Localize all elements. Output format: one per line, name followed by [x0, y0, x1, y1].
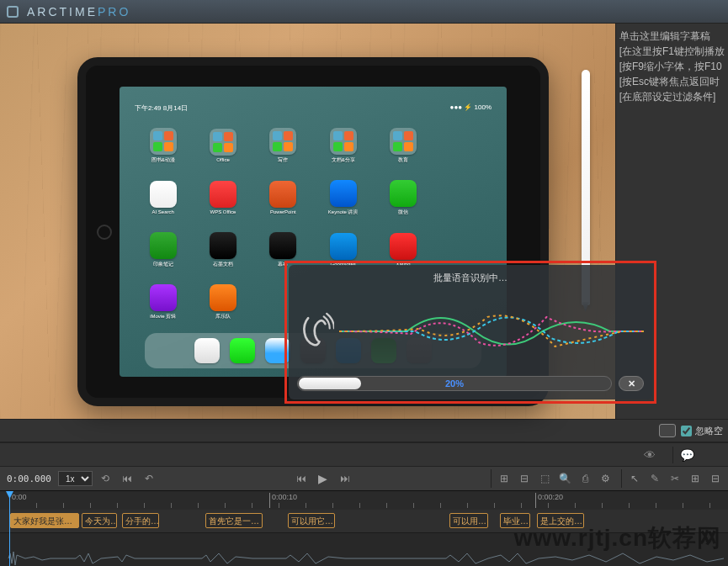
progress-bar: 20% — [297, 376, 612, 391]
subtitle-block[interactable]: 大家好我是张… — [10, 513, 79, 528]
hint-line: [在这里按F1键控制播放 — [619, 44, 725, 59]
ignore-blank-checkbox[interactable]: 忽略空 — [681, 425, 723, 437]
tool-button[interactable]: ⎙ — [576, 469, 594, 488]
dialog-title: 批量语音识别中… — [297, 270, 644, 288]
tool-button[interactable]: ⚙ — [596, 469, 614, 488]
speed-select[interactable]: 1x — [58, 471, 93, 486]
revert-button[interactable]: ↶ — [140, 469, 158, 488]
progress-percent: 20% — [445, 378, 464, 389]
watermark: www.rjtj.cn软荐网 — [514, 522, 721, 554]
cancel-button[interactable]: ✕ — [619, 376, 644, 391]
app-title: ARCTIMEPRO — [27, 5, 130, 19]
visibility-icon[interactable]: 👁 — [644, 448, 656, 462]
transport-bar: 0:00.000 1x ⟲ ⏮ ↶ ⏮ ▶ ⏭ ⊞⊟⬚🔍⎙⚙ ↖✎✂⊞⊟ — [0, 466, 728, 491]
subtitle-block[interactable]: 今天为… — [82, 513, 117, 528]
timeline-ruler[interactable]: 0:000:00:100:00:20 — [0, 491, 728, 510]
playhead[interactable] — [9, 491, 10, 566]
prev-button[interactable]: ⏮ — [292, 469, 311, 488]
timecode: 0:00.000 — [3, 473, 55, 484]
hint-line: 单击这里编辑字幕稿 — [619, 29, 725, 44]
edit-tool-button[interactable]: ↖ — [625, 469, 644, 488]
edit-tool-button[interactable]: ⊞ — [686, 469, 704, 488]
waveform-icon — [339, 300, 644, 362]
tool-button[interactable]: ⬚ — [535, 469, 554, 488]
subtitle-block[interactable]: 可以用它… — [288, 513, 335, 528]
edit-tool-button[interactable]: ⊟ — [706, 469, 725, 488]
tool-button[interactable]: 🔍 — [555, 469, 574, 488]
hint-line: [按Esc键将焦点返回时 — [619, 74, 725, 89]
subtitle-block[interactable]: 可以用… — [449, 513, 488, 528]
options-row: 忽略空 — [0, 419, 728, 442]
home-button-icon — [97, 225, 112, 240]
hint-line: [按F9缩小字体，按F10 — [619, 59, 725, 74]
edit-tool-button[interactable]: ✎ — [646, 469, 664, 488]
edit-tool-button[interactable]: ✂ — [666, 469, 684, 488]
titlebar: ARCTIMEPRO — [0, 0, 728, 24]
next-button[interactable]: ⏭ — [336, 469, 354, 488]
dialog-highlight: 批量语音识别中… — [284, 261, 656, 404]
app-icon — [7, 6, 19, 18]
video-preview: 下午2:49 8月14日●●● ⚡ 100% 图书&动漫Office写作文档&分… — [0, 24, 615, 419]
comment-icon[interactable]: 💬 — [680, 448, 694, 462]
ear-icon — [297, 310, 334, 352]
tool-button[interactable]: ⊞ — [495, 469, 513, 488]
hint-line: [在底部设定过滤条件] — [619, 89, 725, 104]
edit-toggle-icon[interactable] — [659, 424, 676, 437]
subtitle-block[interactable]: 分手的… — [122, 513, 159, 528]
play-button[interactable]: ▶ — [314, 469, 332, 488]
tool-button[interactable]: ⊟ — [515, 469, 534, 488]
step-back-button[interactable]: ⏮ — [118, 469, 136, 488]
subtitle-block[interactable]: 首先它是一… — [205, 513, 263, 528]
undo-button[interactable]: ⟲ — [96, 469, 114, 488]
view-row: 👁 💬 — [0, 442, 728, 466]
speech-recognition-dialog: 批量语音识别中… — [289, 265, 652, 399]
